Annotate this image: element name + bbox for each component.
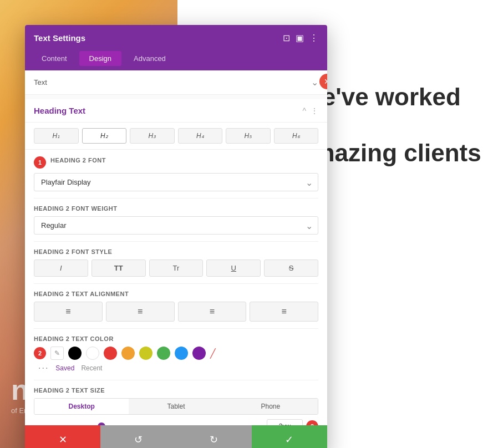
color-swatch-orange[interactable] <box>121 347 135 360</box>
modal-tabs: Content Design Advanced <box>25 51 327 70</box>
align-center-button[interactable]: ≡ <box>106 302 175 322</box>
color-swatch-blue[interactable] <box>175 347 188 360</box>
italic-button[interactable]: I <box>34 259 88 277</box>
h2-button[interactable]: H₂ <box>82 128 127 144</box>
font-select[interactable]: Playfair Display Roboto Open Sans <box>34 173 318 191</box>
uppercase-button[interactable]: TT <box>92 259 146 277</box>
save-icon: ✓ <box>285 434 293 446</box>
heading-level-buttons: H₁ H₂ H₃ H₄ H₅ H₆ <box>25 123 327 150</box>
tab-content[interactable]: Content <box>32 51 77 66</box>
color-more-icon[interactable]: ··· <box>38 363 49 373</box>
font-style-buttons: I TT Tr U S <box>34 259 318 277</box>
text-size-slider[interactable] <box>34 421 261 425</box>
modal-header: Text Settings ⊡ ▣ ⋮ <box>25 25 327 51</box>
color-swatch-purple[interactable] <box>192 347 206 360</box>
font-weight-row: Heading 2 Font Weight Regular Bold Light… <box>34 198 318 242</box>
color-swatch-white[interactable] <box>86 347 99 360</box>
modal-content: Text ⌄ Heading Text ^ ⋮ H₁ H₂ H₃ H₄ H₅ H… <box>25 70 327 425</box>
h1-button[interactable]: H₁ <box>34 128 79 144</box>
redo-button[interactable]: ↻ <box>176 425 252 448</box>
text-size-input[interactable]: 3vw <box>267 419 303 425</box>
font-select-wrapper: Playfair Display Roboto Open Sans ⌄ <box>34 173 318 191</box>
underline-button[interactable]: U <box>206 259 261 277</box>
cancel-icon: ✕ <box>59 434 67 446</box>
heading-menu-icon[interactable]: ⋮ <box>311 106 318 115</box>
heading-section-title: Heading Text <box>34 106 85 115</box>
text-section-chevron: ⌄ <box>311 77 318 88</box>
color-edit-icon[interactable]: ✎ <box>50 347 64 360</box>
reset-icon: ↺ <box>134 434 143 446</box>
font-style-label: Heading 2 Font Style <box>34 248 318 255</box>
align-right-button[interactable]: ≡ <box>178 302 247 322</box>
device-tabs: Desktop Tablet Phone <box>34 398 318 415</box>
align-justify-button[interactable]: ≡ <box>250 302 318 322</box>
phone-tab[interactable]: Phone <box>223 399 318 414</box>
save-button[interactable]: ✓ <box>252 425 327 448</box>
recent-tab[interactable]: Recent <box>81 364 102 372</box>
text-section-label: Text <box>34 78 47 86</box>
text-settings-modal: Text Settings ⊡ ▣ ⋮ Content Design Advan… <box>25 25 327 448</box>
layout-icon[interactable]: ▣ <box>296 33 304 43</box>
color-swatch-black[interactable] <box>68 347 82 360</box>
heading-text-section: Heading Text ^ ⋮ H₁ H₂ H₃ H₄ H₅ H₆ <box>25 99 327 425</box>
tab-advanced[interactable]: Advanced <box>124 51 176 66</box>
text-alignment-label: Heading 2 Text Alignment <box>34 291 318 297</box>
text-alignment-row: Heading 2 Text Alignment ≡ ≡ ≡ ≡ <box>34 284 318 329</box>
font-weight-select[interactable]: Regular Bold Light <box>34 216 318 235</box>
color-swatch-red[interactable] <box>104 347 117 360</box>
align-left-button[interactable]: ≡ <box>34 302 103 322</box>
text-color-label: Heading 2 Text Color <box>34 335 318 342</box>
font-setting-row: 1 Heading 2 Font Playfair Display Roboto… <box>34 150 318 198</box>
tablet-tab[interactable]: Tablet <box>129 399 223 414</box>
text-size-row: Heading 2 Text Size Desktop Tablet Phone <box>34 380 318 425</box>
h6-button[interactable]: H₆ <box>274 128 319 144</box>
color-badge: 2 <box>34 347 46 359</box>
font-label: Heading 2 Font <box>50 157 106 164</box>
strikethrough-button[interactable]: S <box>264 259 318 277</box>
text-size-slider-row: 3vw 3 <box>34 419 318 425</box>
custom-color-icon[interactable]: ╱ <box>210 348 216 359</box>
text-size-label: Heading 2 Text Size <box>34 387 318 394</box>
capitalize-button[interactable]: Tr <box>149 259 204 277</box>
collapse-icon[interactable]: ^ <box>302 106 306 115</box>
text-size-badge: 3 <box>306 420 318 425</box>
font-style-row: Heading 2 Font Style I TT Tr U S <box>34 242 318 284</box>
text-size-value-wrapper: 3vw 3 <box>267 419 318 425</box>
saved-tab[interactable]: Saved <box>55 364 74 372</box>
desktop-tab[interactable]: Desktop <box>34 399 129 414</box>
heading-section-icons: ^ ⋮ <box>302 106 318 115</box>
cancel-button[interactable]: ✕ <box>25 425 100 448</box>
h4-button[interactable]: H₄ <box>178 128 223 144</box>
modal-title: Text Settings <box>34 33 85 43</box>
modal-footer: ✕ ↺ ↻ ✓ <box>25 425 327 448</box>
h3-button[interactable]: H₃ <box>130 128 175 144</box>
settings-section: 1 Heading 2 Font Playfair Display Roboto… <box>25 150 327 425</box>
color-swatch-green[interactable] <box>157 347 170 360</box>
color-tabs-row: ··· Saved Recent <box>34 363 318 373</box>
fullscreen-icon[interactable]: ⊡ <box>283 33 290 43</box>
more-icon[interactable]: ⋮ <box>309 33 318 43</box>
color-swatch-yellow[interactable] <box>139 347 152 360</box>
h5-button[interactable]: H₅ <box>226 128 271 144</box>
color-swatches-row: 2 ✎ ╱ <box>34 347 318 360</box>
text-section[interactable]: Text ⌄ <box>25 70 327 95</box>
font-weight-select-wrapper: Regular Bold Light ⌄ <box>34 216 318 235</box>
redo-icon: ↻ <box>210 434 218 446</box>
font-weight-label: Heading 2 Font Weight <box>34 205 318 212</box>
header-icons: ⊡ ▣ ⋮ <box>283 33 318 43</box>
text-color-row: Heading 2 Text Color 2 ✎ ╱ <box>34 329 318 380</box>
reset-button[interactable]: ↺ <box>100 425 176 448</box>
slider-thumb[interactable] <box>98 422 105 425</box>
font-badge: 1 <box>34 156 46 169</box>
alignment-buttons: ≡ ≡ ≡ ≡ <box>34 302 318 322</box>
heading-section-header: Heading Text ^ ⋮ <box>25 99 327 123</box>
tab-design[interactable]: Design <box>79 51 121 66</box>
